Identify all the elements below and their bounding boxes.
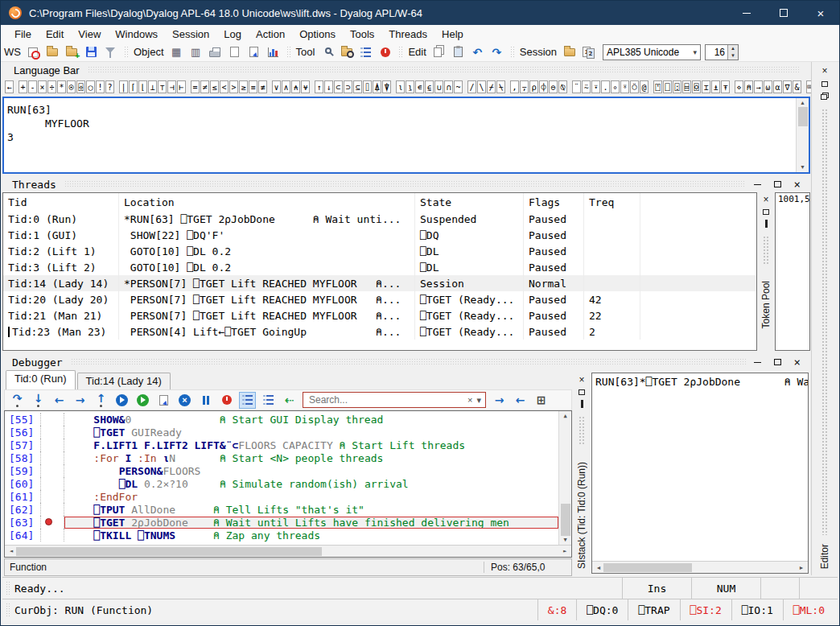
scroll-right-icon[interactable]: ► bbox=[560, 548, 570, 554]
apl-symbol-button[interactable]: . bbox=[601, 80, 610, 93]
undo-icon[interactable]: ↶ bbox=[470, 44, 485, 60]
thread-row[interactable]: Tid:3 (Lift 2) GOTO[10] ⎕DL 0.2⎕DLPaused bbox=[3, 259, 756, 275]
scroll-left-icon[interactable]: ◄ bbox=[594, 565, 603, 570]
apl-symbol-button[interactable]: * bbox=[57, 80, 66, 93]
drag-grip[interactable] bbox=[6, 603, 10, 617]
apl-symbol-button[interactable]: × bbox=[38, 80, 47, 93]
code-vscrollbar[interactable]: ▲ ▼ bbox=[558, 411, 571, 545]
apl-symbol-button[interactable]: ⍠ bbox=[673, 80, 681, 93]
new-script-icon[interactable] bbox=[227, 44, 242, 60]
scroll-thumb[interactable] bbox=[561, 504, 570, 536]
search-box[interactable]: × ▾ bbox=[303, 392, 486, 408]
apl-symbol-button[interactable]: ⍱ bbox=[301, 80, 310, 93]
close-icon[interactable]: × bbox=[579, 375, 584, 385]
panel-maximize-icon[interactable] bbox=[774, 181, 781, 187]
drag-texture[interactable] bbox=[579, 416, 585, 445]
continue-to-exit-icon[interactable]: ↑ bbox=[93, 393, 109, 408]
quit-function-icon[interactable]: ⇠ bbox=[282, 393, 297, 408]
code-text[interactable]: ⎕TKILL ⎕TNUMS ⍝ Zap any threads bbox=[64, 529, 558, 542]
minimize-button[interactable] bbox=[728, 1, 765, 25]
column-header-state[interactable]: State bbox=[415, 193, 524, 211]
apl-symbol-button[interactable]: ⊂ bbox=[334, 80, 343, 93]
stop-column[interactable] bbox=[40, 529, 64, 542]
panel-minimize-icon[interactable] bbox=[754, 362, 761, 363]
maximize-icon[interactable] bbox=[821, 81, 828, 87]
edit-script-icon[interactable] bbox=[246, 44, 261, 60]
code-text[interactable]: F.LIFT1 F.LIFT2 LIFT&¨⊂FLOORS CAPACITY ⍝… bbox=[64, 439, 558, 451]
font-size-stepper[interactable]: 16 ▲ ▼ bbox=[705, 44, 739, 60]
column-header-treq[interactable]: Treq bbox=[584, 193, 640, 211]
close-button[interactable]: × bbox=[802, 1, 839, 25]
status-field[interactable]: ⎕ML:0 bbox=[783, 599, 834, 620]
search-next-icon[interactable]: → bbox=[492, 393, 507, 408]
copy-ws-icon[interactable] bbox=[64, 44, 80, 60]
scroll-right-icon[interactable]: ► bbox=[797, 565, 806, 570]
apl-symbol-button[interactable]: ⎕ bbox=[663, 80, 672, 93]
token-pool-list[interactable]: 1001,5 bbox=[775, 192, 810, 351]
apl-symbol-button[interactable]: ⍤ bbox=[620, 80, 629, 93]
apl-symbol-button[interactable]: ¨ bbox=[572, 80, 581, 93]
drag-grip[interactable] bbox=[6, 581, 10, 595]
pause-threads-icon[interactable] bbox=[198, 393, 213, 408]
apl-symbol-button[interactable]: ⍲ bbox=[291, 80, 300, 93]
code-hscrollbar[interactable]: ◄ ► bbox=[5, 545, 571, 557]
apl-symbol-button[interactable]: ≤ bbox=[210, 80, 219, 93]
apl-symbol-button[interactable]: ⍪ bbox=[520, 80, 529, 93]
code-line[interactable]: [61] :EndFor bbox=[5, 490, 558, 503]
expand-icon[interactable]: ⊞ bbox=[533, 393, 549, 408]
stop-column[interactable] bbox=[40, 413, 64, 426]
continue-trace-icon[interactable]: ↷ bbox=[10, 393, 25, 408]
code-text[interactable]: ⎕TGET GUIReady bbox=[64, 426, 558, 439]
scroll-down-icon[interactable]: ▼ bbox=[800, 163, 805, 171]
code-line[interactable]: [60] ⎕DL 0.2×?10 ⍝ Simulate random(ish) … bbox=[5, 477, 558, 490]
search-dropdown-icon[interactable]: ▾ bbox=[476, 396, 481, 405]
apl-symbol-button[interactable]: | bbox=[119, 80, 128, 93]
apl-symbol-button[interactable]: / bbox=[467, 80, 476, 93]
code-line[interactable]: [62] ⎕TPUT AllDone ⍝ Tell Lifts "that's … bbox=[5, 503, 558, 516]
code-text[interactable]: :For I :In ⍳N ⍝ Start <N> people threads bbox=[64, 452, 558, 464]
apl-symbol-button[interactable]: → bbox=[754, 80, 763, 93]
apl-symbol-button[interactable]: ⍒ bbox=[382, 80, 391, 93]
stop-column[interactable] bbox=[40, 516, 64, 529]
threads-interrupt-icon[interactable] bbox=[219, 393, 234, 408]
scroll-thumb[interactable] bbox=[798, 107, 808, 126]
maximize-button[interactable] bbox=[765, 1, 802, 25]
apl-symbol-button[interactable]: ÷ bbox=[47, 80, 56, 93]
panel-close-icon[interactable]: × bbox=[794, 356, 801, 368]
search-input[interactable] bbox=[307, 393, 463, 406]
sistack-pane[interactable]: RUN[63]*⎕TGET 2⍴JobDone ⍝ Wai ◄ ► bbox=[591, 373, 809, 574]
apl-symbol-button[interactable]: ∧ bbox=[282, 80, 290, 93]
paste-icon[interactable] bbox=[451, 44, 466, 60]
search-icon[interactable] bbox=[319, 44, 335, 60]
step-into-icon[interactable]: ↓ bbox=[31, 393, 46, 408]
menu-options[interactable]: Options bbox=[292, 27, 343, 42]
apl-symbol-button[interactable]: ⍉ bbox=[558, 80, 567, 93]
scroll-left-icon[interactable]: ◄ bbox=[6, 548, 16, 554]
drag-texture[interactable] bbox=[763, 236, 769, 265]
menu-session[interactable]: Session bbox=[165, 27, 216, 42]
search-files-icon[interactable] bbox=[339, 44, 354, 60]
column-header-tid[interactable]: Tid bbox=[3, 193, 119, 211]
clear-stops-icon[interactable] bbox=[377, 44, 393, 60]
apl-symbol-button[interactable]: ⌽ bbox=[539, 80, 548, 93]
drag-texture[interactable] bbox=[64, 180, 746, 188]
apl-symbol-button[interactable]: ⍟ bbox=[67, 80, 76, 93]
session-scrollbar[interactable]: ▲ ▼ bbox=[796, 98, 809, 172]
tab-tid-14-lady-14-[interactable]: Tid:14 (Lady 14) bbox=[77, 373, 171, 389]
apl-symbol-button[interactable]: ⌺ bbox=[692, 80, 701, 93]
stop-lines-icon[interactable] bbox=[261, 393, 276, 408]
apl-symbol-button[interactable]: ⌊ bbox=[138, 80, 147, 93]
sistack-content[interactable]: RUN[63]*⎕TGET 2⍴JobDone ⍝ Wai bbox=[592, 373, 808, 561]
chart-wizard-icon[interactable] bbox=[266, 44, 281, 60]
session-text[interactable]: RUN[63] MYFLOOR 3 bbox=[4, 98, 796, 172]
apl-symbol-button[interactable]: ⍎ bbox=[711, 80, 720, 93]
apl-symbol-button[interactable]: ⍷ bbox=[425, 80, 434, 93]
apl-symbol-button[interactable]: ⊥ bbox=[148, 80, 157, 93]
menu-tools[interactable]: Tools bbox=[343, 27, 381, 42]
stop-column[interactable] bbox=[40, 451, 64, 464]
apl-symbol-button[interactable]: ⊤ bbox=[158, 80, 167, 93]
apl-symbol-button[interactable]: ○ bbox=[86, 80, 95, 93]
code-line[interactable]: [55] SHOW&0 ⍝ Start GUI Display thread bbox=[5, 413, 558, 426]
redo-icon[interactable]: ↷ bbox=[489, 44, 504, 60]
breakpoint-marker[interactable] bbox=[45, 518, 52, 525]
